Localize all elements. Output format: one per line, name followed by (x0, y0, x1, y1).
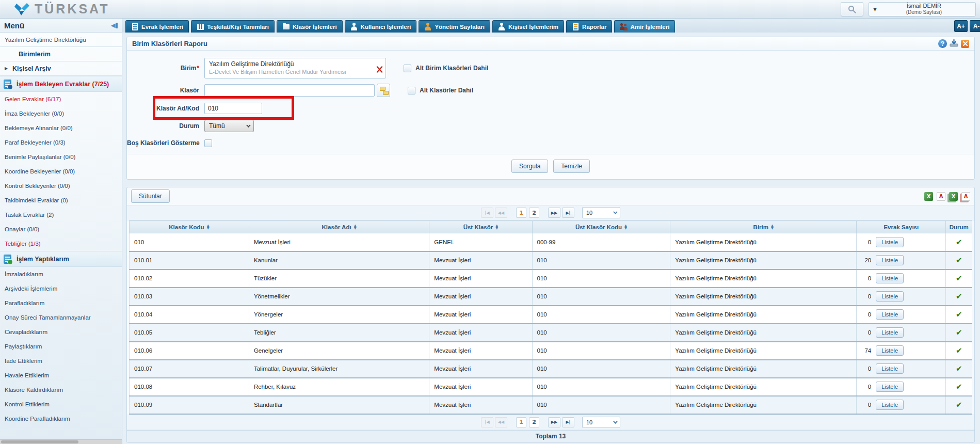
next-page-button[interactable]: ▶▶ (548, 417, 560, 427)
sidebar-item[interactable]: İmza Bekleyenler (0/0) (0, 106, 122, 121)
sidebar-item[interactable]: Koordine Bekleyenler (0/0) (0, 164, 122, 179)
nav-tab[interactable]: Raporlar (566, 20, 612, 33)
sidebar-item[interactable]: Arşivdeki İşlemlerim (0, 281, 122, 296)
sort-icon[interactable]: ▲▼ (771, 225, 774, 230)
page-1-button[interactable]: 1 (516, 208, 526, 218)
sidebar-item[interactable]: Taslak Evraklar (2) (0, 208, 122, 222)
listele-button[interactable]: Listele (876, 400, 904, 410)
clear-icon[interactable] (376, 65, 383, 76)
sort-icon[interactable]: ▲▼ (354, 225, 357, 230)
sidebar-item[interactable]: İmzaladıklarım (0, 267, 122, 281)
nav-tab[interactable]: Yönetim Sayfaları (419, 20, 490, 33)
sidebar-item[interactable]: Gelen Evraklar (6/17) (0, 92, 122, 106)
sidebar-item[interactable]: Yazılım Geliştirme Direktörlüğü (0, 33, 122, 47)
listele-button[interactable]: Listele (876, 291, 904, 302)
close-icon[interactable] (961, 40, 969, 48)
alt-klasor-checkbox[interactable] (408, 87, 415, 94)
prev-page-button[interactable]: ◀◀ (495, 417, 507, 427)
sidebar-item[interactable]: Paraf Bekleyenler (0/3) (0, 135, 122, 150)
search-button[interactable] (841, 2, 863, 17)
column-header[interactable]: Üst Klasör Kodu▲▼ (532, 221, 670, 233)
export-excel-icon[interactable]: X (924, 192, 933, 201)
listele-button[interactable]: Listele (876, 382, 904, 392)
sidebar-item-label: Cevapladıklarım (5, 329, 47, 335)
nav-tab[interactable]: Evrak İşlemleri (125, 20, 189, 33)
listele-button[interactable]: Listele (876, 345, 904, 356)
sidebar-item[interactable]: Havale Ettiklerim (0, 368, 122, 383)
font-decrease-button[interactable]: A- (970, 20, 980, 32)
sidebar-item[interactable]: Onaylar (0/0) (0, 222, 122, 236)
sidebar-item[interactable]: Koordine Parafladıklarım (0, 411, 122, 426)
listele-button[interactable]: Listele (876, 309, 904, 320)
column-header[interactable]: Üst Klasör▲▼ (429, 221, 532, 233)
last-page-button[interactable]: ▶| (562, 417, 574, 427)
page-2-button[interactable]: 2 (529, 417, 539, 427)
nav-tab[interactable]: Teşkilat/Kişi Tanımları (191, 20, 275, 33)
nav-tab[interactable]: Kullanıcı İşlemleri (345, 20, 417, 33)
column-header[interactable]: Durum▲▼ (946, 221, 972, 233)
column-header[interactable]: Evrak Sayısı▲▼ (857, 221, 946, 233)
next-page-button[interactable]: ▶▶ (548, 208, 560, 218)
listele-button[interactable]: Listele (876, 327, 904, 338)
sorgula-button[interactable]: Sorgula (511, 160, 548, 173)
document-icon (131, 23, 139, 30)
folder-picker-icon[interactable] (377, 84, 390, 97)
bos-klasor-checkbox[interactable] (204, 139, 212, 147)
sort-icon[interactable]: ▲▼ (495, 225, 498, 230)
last-page-button[interactable]: ▶| (562, 208, 574, 218)
sidebar-item[interactable]: Kontrol Ettiklerim (0, 397, 122, 411)
page-size-select[interactable]: 10 (582, 417, 620, 428)
column-header[interactable]: Birim▲▼ (670, 221, 857, 233)
evrak-count: 0 (859, 275, 871, 281)
export-pdf-all-icon[interactable]: A (961, 192, 970, 201)
column-header[interactable]: Klasör Adı▲▼ (249, 221, 429, 233)
sidebar-item[interactable]: Parafladıklarım (0, 296, 122, 310)
nav-tab[interactable]: Klasör İşlemleri (277, 20, 343, 33)
listele-button[interactable]: Listele (876, 273, 904, 283)
collapse-sidebar-icon[interactable]: ◀ (111, 22, 118, 29)
listele-button[interactable]: Listele (876, 255, 904, 265)
klasor-adkod-input[interactable] (204, 103, 262, 114)
prev-page-button[interactable]: ◀◀ (495, 208, 507, 218)
alt-birim-checkbox[interactable] (404, 65, 411, 72)
sidebar-item[interactable]: Kişisel Arşiv (0, 61, 122, 76)
nav-tab[interactable]: Amir İşlemleri (614, 20, 675, 33)
listele-button[interactable]: Listele (876, 363, 904, 374)
sidebar-item[interactable]: Paylaştıklarım (0, 339, 122, 354)
export-pdf-icon[interactable]: A (937, 192, 945, 201)
sidebar-horizontal-scrollbar[interactable] (0, 439, 122, 444)
sidebar-item[interactable]: İade Ettiklerim (0, 354, 122, 368)
sidebar-item[interactable]: Cevapladıklarım (0, 325, 122, 339)
temizle-button[interactable]: Temizle (553, 160, 590, 173)
font-increase-button[interactable]: A+ (954, 20, 968, 32)
listele-button[interactable]: Listele (876, 237, 904, 247)
sidebar-item[interactable]: Takibimdeki Evraklar (0) (0, 193, 122, 208)
sort-icon[interactable]: ▲▼ (624, 225, 627, 230)
durum-select[interactable]: Tümü (204, 120, 254, 132)
scrollbar-thumb[interactable] (1, 440, 78, 443)
sidebar-item[interactable]: İşlem Bekleyen Evraklar (7/25) (0, 76, 122, 92)
first-page-button[interactable]: |◀ (481, 208, 493, 218)
sidebar-item[interactable]: Birimlerim (0, 47, 122, 61)
sidebar-item[interactable]: Benimle Paylaşılanlar (0/0) (0, 150, 122, 164)
klasor-input[interactable] (204, 84, 375, 97)
birim-field[interactable]: Yazılım Geliştirme Direktörlüğü E-Devlet… (204, 58, 386, 78)
sidebar-item[interactable]: Klasöre Kaldırdıklarım (0, 383, 122, 397)
download-icon[interactable] (950, 39, 958, 49)
export-excel-all-icon[interactable]: X (949, 192, 958, 201)
help-icon[interactable]: ? (938, 39, 947, 48)
sidebar-item[interactable]: Beklemeye Alınanlar (0/0) (0, 121, 122, 135)
sidebar-item[interactable]: Onay Süreci Tamamlanmayanlar (0, 310, 122, 325)
page-1-button[interactable]: 1 (516, 417, 526, 427)
sidebar-item[interactable]: Kontrol Bekleyenler (0/0) (0, 179, 122, 193)
sort-icon[interactable]: ▲▼ (207, 225, 210, 230)
user-menu[interactable]: ▼ İsmail DEMİR (Demo Sayfası) (869, 2, 976, 17)
sutunlar-button[interactable]: Sütunlar (131, 189, 170, 203)
nav-tab[interactable]: Kişisel İşlemlerim (492, 20, 564, 33)
sidebar-item[interactable]: Tebliğler (1/3) (0, 236, 122, 251)
first-page-button[interactable]: |◀ (481, 417, 493, 427)
page-size-select[interactable]: 10 (582, 207, 620, 218)
column-header[interactable]: Klasör Kodu▲▼ (130, 221, 249, 233)
page-2-button[interactable]: 2 (529, 208, 539, 218)
sidebar-item[interactable]: İşlem Yaptıklarım (0, 251, 122, 267)
